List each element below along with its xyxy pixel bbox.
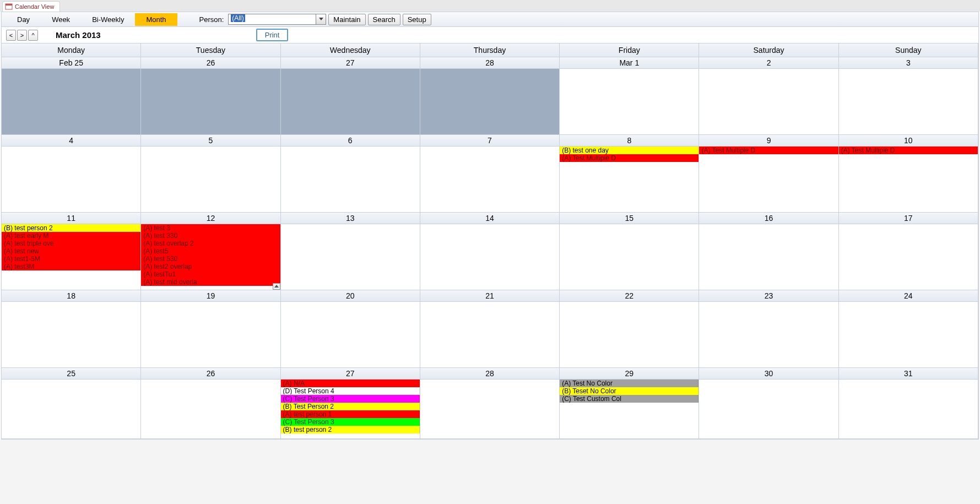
date-header[interactable]: 4 [2, 135, 141, 147]
view-week-button[interactable]: Week [41, 13, 81, 26]
event-item[interactable]: (A) test triple ove [2, 240, 140, 247]
date-header[interactable]: 24 [839, 290, 978, 302]
tab-calendar-view[interactable]: Calendar View [2, 1, 60, 12]
day-cell[interactable] [141, 380, 280, 439]
print-button[interactable]: Print [256, 29, 289, 41]
day-cell[interactable]: (A) test 3(A) test 330(A) test overlap 2… [141, 224, 280, 290]
day-cell[interactable] [420, 302, 560, 368]
event-item[interactable]: (A) N/A [281, 380, 420, 387]
event-item[interactable]: (A) test person 1 [281, 410, 420, 418]
date-header[interactable]: 23 [699, 290, 838, 302]
day-cell[interactable] [560, 302, 699, 368]
day-cell[interactable] [560, 69, 699, 135]
event-item[interactable]: (B) Teset No Color [560, 387, 699, 395]
date-header[interactable]: Mar 1 [560, 57, 699, 69]
event-item[interactable]: (C) Test Person 3 [281, 418, 420, 426]
day-cell[interactable] [420, 69, 560, 135]
combo-dropdown-button[interactable] [316, 14, 326, 25]
day-cell[interactable] [699, 69, 838, 135]
event-item[interactable]: (A) test 330 [141, 232, 280, 240]
day-cell[interactable] [699, 224, 838, 290]
date-header[interactable]: Feb 25 [2, 57, 141, 69]
event-item[interactable]: (A) Test No Color [560, 380, 699, 387]
date-header[interactable]: 31 [839, 368, 978, 380]
event-item[interactable]: (A) Test Multiple D [839, 147, 978, 154]
day-cell[interactable] [2, 147, 141, 213]
date-header[interactable]: 16 [699, 213, 838, 224]
event-item[interactable]: (A) test1-5M [2, 255, 140, 263]
event-item[interactable]: (A) test 3 [141, 224, 280, 232]
scroll-down-icon[interactable] [273, 283, 280, 290]
event-item[interactable]: (B) test one day [560, 147, 699, 154]
date-header[interactable]: 30 [699, 368, 838, 380]
day-cell[interactable] [839, 302, 978, 368]
date-header[interactable]: 17 [839, 213, 978, 224]
date-header[interactable]: 18 [2, 290, 141, 302]
date-header[interactable]: 22 [560, 290, 699, 302]
day-cell[interactable] [141, 69, 280, 135]
date-header[interactable]: 10 [839, 135, 978, 147]
event-item[interactable]: (A) test mid overla [141, 278, 280, 286]
day-cell[interactable] [839, 69, 978, 135]
date-header[interactable]: 13 [281, 213, 420, 224]
date-header[interactable]: 3 [839, 57, 978, 69]
day-cell[interactable] [839, 224, 978, 290]
person-value[interactable]: (All) [228, 14, 316, 25]
event-item[interactable]: (C) Test Custom Col [560, 395, 699, 403]
event-item[interactable]: (A) test new [2, 247, 140, 255]
date-header[interactable]: 21 [420, 290, 560, 302]
date-header[interactable]: 28 [420, 57, 560, 69]
date-header[interactable]: 28 [420, 368, 560, 380]
person-combo[interactable]: (All) [228, 14, 326, 25]
date-header[interactable]: 7 [420, 135, 560, 147]
search-button[interactable]: Search [368, 14, 400, 25]
day-cell[interactable] [141, 302, 280, 368]
view-month-button[interactable]: Month [135, 13, 177, 26]
event-item[interactable]: (A) Test Multiple D [699, 147, 838, 154]
view-biweekly-button[interactable]: Bi-Weekly [81, 13, 135, 26]
date-header[interactable]: 26 [141, 57, 280, 69]
day-cell[interactable]: (B) test person 2(A) test early M(A) tes… [2, 224, 141, 290]
date-header[interactable]: 15 [560, 213, 699, 224]
day-cell[interactable]: (B) test one day(A) Test Multiple D [560, 147, 699, 213]
event-item[interactable]: (A) test early M [2, 232, 140, 240]
day-cell[interactable] [281, 69, 420, 135]
date-header[interactable]: 5 [141, 135, 280, 147]
day-cell[interactable]: (A) N/A(D) Test Person 4(C) Test Person … [281, 380, 420, 439]
date-header[interactable]: 25 [2, 368, 141, 380]
day-cell[interactable] [420, 380, 560, 439]
day-cell[interactable] [2, 302, 141, 368]
day-cell[interactable]: (A) Test Multiple D [839, 147, 978, 213]
date-header[interactable]: 29 [560, 368, 699, 380]
date-header[interactable]: 27 [281, 368, 420, 380]
date-header[interactable]: 14 [420, 213, 560, 224]
date-header[interactable]: 8 [560, 135, 699, 147]
day-cell[interactable]: (A) Test Multiple D [699, 147, 838, 213]
date-header[interactable]: 20 [281, 290, 420, 302]
day-cell[interactable] [699, 302, 838, 368]
event-item[interactable]: (A) test 530 [141, 255, 280, 263]
view-day-button[interactable]: Day [6, 13, 41, 26]
event-item[interactable]: (A) test5 [141, 247, 280, 255]
date-header[interactable]: 12 [141, 213, 280, 224]
event-item[interactable]: (A) test2 overlap [141, 263, 280, 270]
date-header[interactable]: 19 [141, 290, 280, 302]
setup-button[interactable]: Setup [403, 14, 431, 25]
event-item[interactable]: (A) test3M [2, 263, 140, 270]
next-button[interactable]: > [17, 30, 27, 41]
date-header[interactable]: 9 [699, 135, 838, 147]
date-header[interactable]: 26 [141, 368, 280, 380]
date-header[interactable]: 6 [281, 135, 420, 147]
maintain-button[interactable]: Maintain [328, 14, 365, 25]
day-cell[interactable] [560, 224, 699, 290]
date-header[interactable]: 11 [2, 213, 141, 224]
day-cell[interactable] [699, 380, 838, 439]
event-item[interactable]: (A) test overlap 2 [141, 240, 280, 247]
day-cell[interactable] [420, 147, 560, 213]
day-cell[interactable] [141, 147, 280, 213]
date-header[interactable]: 2 [699, 57, 838, 69]
day-cell[interactable] [420, 224, 560, 290]
day-cell[interactable] [281, 224, 420, 290]
event-item[interactable]: (D) Test Person 4 [281, 387, 420, 395]
event-item[interactable]: (B) Test Person 2 [281, 403, 420, 410]
